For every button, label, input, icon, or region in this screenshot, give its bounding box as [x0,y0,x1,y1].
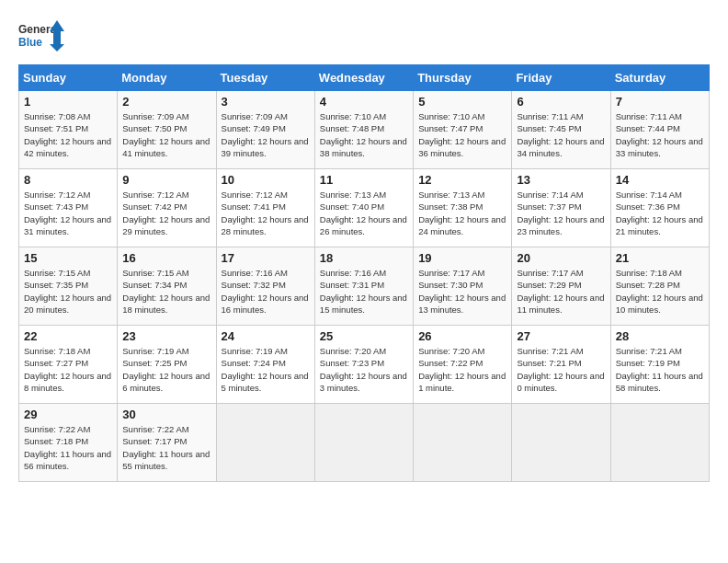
day-info: Sunrise: 7:11 AMSunset: 7:44 PMDaylight:… [616,111,703,158]
day-number: 3 [222,95,310,109]
day-info: Sunrise: 7:16 AMSunset: 7:32 PMDaylight:… [222,268,309,315]
day-number: 21 [616,251,704,265]
day-cell: 12 Sunrise: 7:13 AMSunset: 7:38 PMDaylig… [414,169,512,247]
day-cell: 7 Sunrise: 7:11 AMSunset: 7:44 PMDayligh… [610,91,709,169]
day-cell: 15 Sunrise: 7:15 AMSunset: 7:35 PMDaylig… [19,247,118,326]
day-cell: 2 Sunrise: 7:09 AMSunset: 7:50 PMDayligh… [118,91,216,169]
header: General Blue [18,18,710,55]
day-cell: 4 Sunrise: 7:10 AMSunset: 7:48 PMDayligh… [314,91,413,169]
day-number: 6 [517,95,605,109]
col-header-saturday: Saturday [610,65,709,91]
day-cell: 16 Sunrise: 7:15 AMSunset: 7:34 PMDaylig… [118,247,216,326]
day-number: 1 [24,95,112,109]
day-number: 28 [616,329,704,343]
col-header-monday: Monday [118,65,216,91]
day-number: 8 [24,173,112,187]
day-info: Sunrise: 7:17 AMSunset: 7:30 PMDaylight:… [418,268,506,315]
day-number: 7 [616,95,704,109]
day-info: Sunrise: 7:13 AMSunset: 7:38 PMDaylight:… [418,190,506,236]
day-info: Sunrise: 7:09 AMSunset: 7:50 PMDaylight:… [122,111,210,158]
day-number: 9 [122,173,210,187]
day-cell: 1 Sunrise: 7:08 AMSunset: 7:51 PMDayligh… [19,91,118,169]
day-cell: 13 Sunrise: 7:14 AMSunset: 7:37 PMDaylig… [512,169,610,247]
day-cell: 14 Sunrise: 7:14 AMSunset: 7:36 PMDaylig… [610,169,709,247]
day-info: Sunrise: 7:21 AMSunset: 7:21 PMDaylight:… [517,346,604,393]
day-info: Sunrise: 7:12 AMSunset: 7:42 PMDaylight:… [122,190,210,236]
day-number: 24 [222,329,310,343]
week-row-4: 22 Sunrise: 7:18 AMSunset: 7:27 PMDaylig… [19,326,710,404]
col-header-thursday: Thursday [414,65,512,91]
day-number: 25 [320,329,408,343]
day-cell: 20 Sunrise: 7:17 AMSunset: 7:29 PMDaylig… [512,247,610,326]
day-cell: 9 Sunrise: 7:12 AMSunset: 7:42 PMDayligh… [118,169,216,247]
day-number: 11 [320,173,408,187]
day-cell: 17 Sunrise: 7:16 AMSunset: 7:32 PMDaylig… [216,247,314,326]
day-cell [610,404,709,482]
day-cell: 10 Sunrise: 7:12 AMSunset: 7:41 PMDaylig… [216,169,314,247]
day-cell: 28 Sunrise: 7:21 AMSunset: 7:19 PMDaylig… [610,326,709,404]
week-row-3: 15 Sunrise: 7:15 AMSunset: 7:35 PMDaylig… [19,247,710,326]
day-info: Sunrise: 7:17 AMSunset: 7:29 PMDaylight:… [517,268,604,315]
day-cell: 27 Sunrise: 7:21 AMSunset: 7:21 PMDaylig… [512,326,610,404]
day-info: Sunrise: 7:20 AMSunset: 7:23 PMDaylight:… [320,346,407,393]
day-cell: 19 Sunrise: 7:17 AMSunset: 7:30 PMDaylig… [414,247,512,326]
day-cell [512,404,610,482]
day-cell: 3 Sunrise: 7:09 AMSunset: 7:49 PMDayligh… [216,91,314,169]
day-cell: 11 Sunrise: 7:13 AMSunset: 7:40 PMDaylig… [314,169,413,247]
day-number: 29 [24,408,112,421]
day-info: Sunrise: 7:22 AMSunset: 7:17 PMDaylight:… [122,424,210,471]
day-number: 14 [616,173,704,187]
day-info: Sunrise: 7:21 AMSunset: 7:19 PMDaylight:… [616,346,703,393]
day-info: Sunrise: 7:09 AMSunset: 7:49 PMDaylight:… [222,111,309,158]
day-info: Sunrise: 7:15 AMSunset: 7:34 PMDaylight:… [122,268,210,315]
logo: General Blue [18,18,64,55]
calendar-table: SundayMondayTuesdayWednesdayThursdayFrid… [18,64,710,482]
day-cell: 22 Sunrise: 7:18 AMSunset: 7:27 PMDaylig… [19,326,118,404]
header-row: SundayMondayTuesdayWednesdayThursdayFrid… [19,65,710,91]
day-cell [216,404,314,482]
week-row-5: 29 Sunrise: 7:22 AMSunset: 7:18 PMDaylig… [19,404,710,482]
day-cell: 30 Sunrise: 7:22 AMSunset: 7:17 PMDaylig… [118,404,216,482]
day-number: 23 [122,329,210,343]
day-cell: 5 Sunrise: 7:10 AMSunset: 7:47 PMDayligh… [414,91,512,169]
day-cell: 18 Sunrise: 7:16 AMSunset: 7:31 PMDaylig… [314,247,413,326]
day-number: 19 [418,251,506,265]
svg-text:Blue: Blue [18,36,42,49]
day-number: 4 [320,95,408,109]
day-number: 30 [122,408,210,421]
day-number: 13 [517,173,605,187]
day-cell: 8 Sunrise: 7:12 AMSunset: 7:43 PMDayligh… [19,169,118,247]
day-info: Sunrise: 7:14 AMSunset: 7:36 PMDaylight:… [616,190,703,236]
day-cell: 25 Sunrise: 7:20 AMSunset: 7:23 PMDaylig… [314,326,413,404]
week-row-1: 1 Sunrise: 7:08 AMSunset: 7:51 PMDayligh… [19,91,710,169]
day-cell: 24 Sunrise: 7:19 AMSunset: 7:24 PMDaylig… [216,326,314,404]
logo-svg: General Blue [18,18,64,55]
day-cell [314,404,413,482]
day-info: Sunrise: 7:18 AMSunset: 7:28 PMDaylight:… [616,268,703,315]
day-info: Sunrise: 7:10 AMSunset: 7:48 PMDaylight:… [320,111,407,158]
day-info: Sunrise: 7:10 AMSunset: 7:47 PMDaylight:… [418,111,506,158]
col-header-tuesday: Tuesday [216,65,314,91]
day-info: Sunrise: 7:19 AMSunset: 7:24 PMDaylight:… [222,346,309,393]
day-info: Sunrise: 7:12 AMSunset: 7:43 PMDaylight:… [24,190,111,236]
col-header-wednesday: Wednesday [314,65,413,91]
day-info: Sunrise: 7:11 AMSunset: 7:45 PMDaylight:… [517,111,604,158]
day-number: 22 [24,329,112,343]
day-info: Sunrise: 7:15 AMSunset: 7:35 PMDaylight:… [24,268,111,315]
day-number: 26 [418,329,506,343]
day-info: Sunrise: 7:16 AMSunset: 7:31 PMDaylight:… [320,268,407,315]
day-cell: 23 Sunrise: 7:19 AMSunset: 7:25 PMDaylig… [118,326,216,404]
day-number: 10 [222,173,310,187]
day-info: Sunrise: 7:12 AMSunset: 7:41 PMDaylight:… [222,190,309,236]
day-info: Sunrise: 7:18 AMSunset: 7:27 PMDaylight:… [24,346,111,393]
day-info: Sunrise: 7:13 AMSunset: 7:40 PMDaylight:… [320,190,407,236]
day-number: 27 [517,329,605,343]
day-info: Sunrise: 7:19 AMSunset: 7:25 PMDaylight:… [122,346,210,393]
day-info: Sunrise: 7:08 AMSunset: 7:51 PMDaylight:… [24,111,111,158]
day-number: 12 [418,173,506,187]
week-row-2: 8 Sunrise: 7:12 AMSunset: 7:43 PMDayligh… [19,169,710,247]
day-number: 5 [418,95,506,109]
day-number: 20 [517,251,605,265]
day-number: 18 [320,251,408,265]
day-info: Sunrise: 7:20 AMSunset: 7:22 PMDaylight:… [418,346,506,393]
